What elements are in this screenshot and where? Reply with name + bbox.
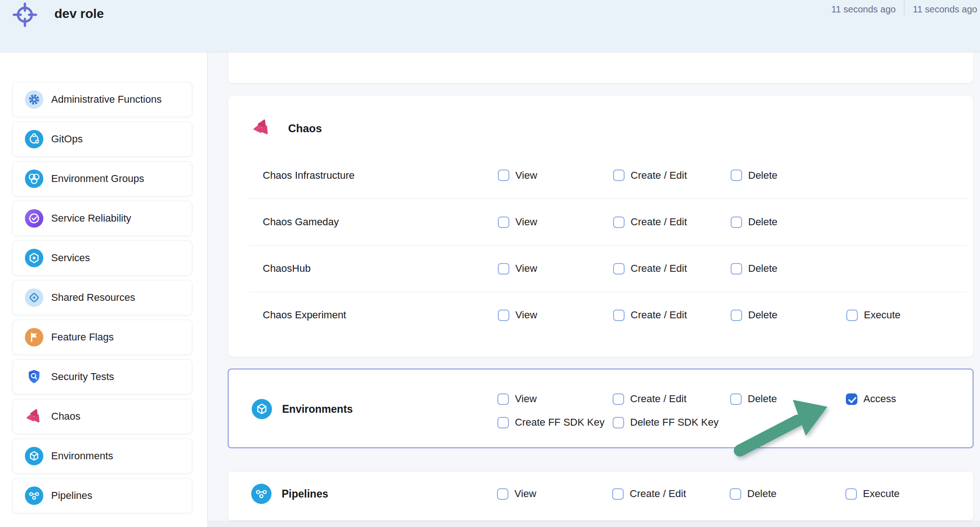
checkbox xyxy=(846,393,857,405)
sidebar-item-service-reliability[interactable]: Service Reliability xyxy=(12,201,192,236)
permission-checkbox-execute[interactable]: Execute xyxy=(845,488,973,500)
sidebar-item-environment-groups[interactable]: Environment Groups xyxy=(12,161,192,196)
permission-checkbox-view[interactable]: View xyxy=(498,309,613,321)
sidebar-item-label: Chaos xyxy=(51,410,81,422)
sidebar-item-shared-resources[interactable]: Shared Resources xyxy=(12,280,192,315)
environments-icon xyxy=(25,447,43,465)
permission-checkbox-delete[interactable]: Delete xyxy=(730,488,845,500)
sidebar-item-label: Environments xyxy=(51,450,113,462)
permission-checkbox-view[interactable]: View xyxy=(498,263,613,275)
checkbox xyxy=(613,263,625,275)
sidebar-item-services[interactable]: Services xyxy=(12,240,192,275)
pipelines-icon xyxy=(25,486,43,505)
gear-icon xyxy=(25,90,43,109)
sidebar-item-label: Service Reliability xyxy=(51,212,131,224)
sidebar-item-label: GitOps xyxy=(51,133,83,145)
checkbox xyxy=(845,488,857,500)
checkbox xyxy=(497,488,508,500)
sidebar-item-administrative-functions[interactable]: Administrative Functions xyxy=(12,82,192,117)
permission-checkbox-create-edit[interactable]: Create / Edit xyxy=(613,170,731,182)
permission-checkbox-create-ff-sdk-key[interactable]: Create FF SDK Key xyxy=(497,416,613,428)
permission-checkbox-view[interactable]: View xyxy=(498,216,613,228)
permission-checkbox-delete-ff-sdk-key[interactable]: Delete FF SDK Key xyxy=(613,416,730,428)
resource-label: Chaos Infrastructure xyxy=(263,170,498,182)
sidebar-item-security-tests[interactable]: Security Tests xyxy=(12,359,192,394)
environment-groups-icon xyxy=(25,170,43,188)
permission-checkbox-delete[interactable]: Delete xyxy=(731,216,846,228)
permission-row-chaoshub: ChaosHub View Create / Edit Delete xyxy=(249,245,967,292)
pipelines-permission-row: View Create / Edit Delete Execute xyxy=(228,485,973,503)
checkbox xyxy=(846,310,858,321)
chaos-icon xyxy=(25,407,43,426)
resource-label: Chaos Gameday xyxy=(263,216,498,228)
resource-label: ChaosHub xyxy=(263,263,498,275)
checkbox xyxy=(613,417,624,428)
permission-checkbox-delete[interactable]: Delete xyxy=(731,309,846,321)
updated-timestamp: 11 seconds ago xyxy=(913,0,977,15)
feature-flags-icon xyxy=(25,328,43,346)
checkbox xyxy=(612,488,624,500)
page-title: dev role xyxy=(54,6,104,21)
panel-bottom-gutter xyxy=(208,521,980,527)
checkbox xyxy=(613,217,625,228)
shared-resources-icon xyxy=(25,288,43,307)
chaos-section-header: Chaos xyxy=(252,117,322,140)
permission-checkbox-execute[interactable]: Execute xyxy=(846,309,967,321)
sidebar-item-label: Security Tests xyxy=(51,371,114,383)
checkbox xyxy=(613,310,625,321)
checkbox xyxy=(498,217,509,228)
permissions-panel: Chaos Chaos Infrastructure View Create /… xyxy=(208,53,980,527)
permission-checkbox-create-edit[interactable]: Create / Edit xyxy=(613,393,730,405)
checkbox xyxy=(731,170,742,181)
permission-checkbox-access[interactable]: Access xyxy=(846,393,973,405)
permission-checkbox-delete[interactable]: Delete xyxy=(731,170,846,182)
permission-checkbox-delete[interactable]: Delete xyxy=(731,263,846,275)
permission-row-chaos-gameday: Chaos Gameday View Create / Edit Delete xyxy=(249,199,967,245)
checkbox xyxy=(613,170,625,181)
modules-sidebar: Administrative Functions GitOps xyxy=(0,53,208,527)
previous-section-card-cutoff xyxy=(228,53,974,83)
sidebar-item-gitops[interactable]: GitOps xyxy=(12,122,192,157)
timestamp-divider xyxy=(904,0,904,16)
environments-permissions-card: Environments View Create / Edit Delete xyxy=(228,369,974,448)
sidebar-item-label: Services xyxy=(51,252,90,264)
page-header: dev role 11 seconds ago 11 seconds ago xyxy=(0,0,980,53)
permission-checkbox-create-edit[interactable]: Create / Edit xyxy=(613,263,731,275)
permission-checkbox-view[interactable]: View xyxy=(497,488,612,500)
permission-row-chaos-infrastructure: Chaos Infrastructure View Create / Edit … xyxy=(249,152,967,199)
permission-row: Create FF SDK Key Delete FF SDK Key xyxy=(497,413,973,432)
checkbox xyxy=(498,310,509,321)
permission-checkbox-view[interactable]: View xyxy=(497,393,613,405)
sidebar-item-pipelines[interactable]: Pipelines xyxy=(12,478,192,513)
chaos-permission-rows: Chaos Infrastructure View Create / Edit … xyxy=(249,152,967,338)
permission-checkbox-view[interactable]: View xyxy=(498,170,613,182)
permission-checkbox-create-edit[interactable]: Create / Edit xyxy=(613,309,731,321)
permission-checkbox-create-edit[interactable]: Create / Edit xyxy=(613,216,731,228)
checkbox xyxy=(731,217,742,228)
resource-label: Chaos Experiment xyxy=(263,309,498,321)
environments-permission-rows: View Create / Edit Delete Access xyxy=(229,390,973,432)
permission-row-chaos-experiment: Chaos Experiment View Create / Edit Dele… xyxy=(249,292,967,338)
sidebar-item-label: Shared Resources xyxy=(51,292,135,304)
role-crosshair-icon xyxy=(12,2,38,29)
role-permissions-page: dev role 11 seconds ago 11 seconds ago A… xyxy=(0,0,980,527)
chaos-permissions-card: Chaos Chaos Infrastructure View Create /… xyxy=(228,95,974,357)
permission-checkbox-create-edit[interactable]: Create / Edit xyxy=(612,488,730,500)
services-icon xyxy=(25,249,43,267)
sidebar-item-label: Pipelines xyxy=(51,490,92,502)
checkbox xyxy=(731,263,742,275)
timestamps: 11 seconds ago 11 seconds ago xyxy=(832,0,978,16)
sidebar-item-label: Feature Flags xyxy=(51,331,114,343)
service-reliability-icon xyxy=(25,209,43,228)
sidebar-item-label: Environment Groups xyxy=(51,173,144,185)
sidebar-item-label: Administrative Functions xyxy=(51,94,162,105)
permission-row: View Create / Edit Delete Access xyxy=(497,390,973,408)
section-title: Chaos xyxy=(288,122,322,135)
pipelines-permissions-card: Pipelines View Create / Edit Delete Exe xyxy=(228,471,974,521)
sidebar-item-chaos[interactable]: Chaos xyxy=(12,399,192,434)
permission-checkbox-delete[interactable]: Delete xyxy=(730,393,846,405)
sidebar-item-environments[interactable]: Environments xyxy=(12,439,192,474)
security-tests-icon xyxy=(25,368,43,386)
sidebar-item-feature-flags[interactable]: Feature Flags xyxy=(12,320,192,355)
checkbox xyxy=(613,393,624,405)
